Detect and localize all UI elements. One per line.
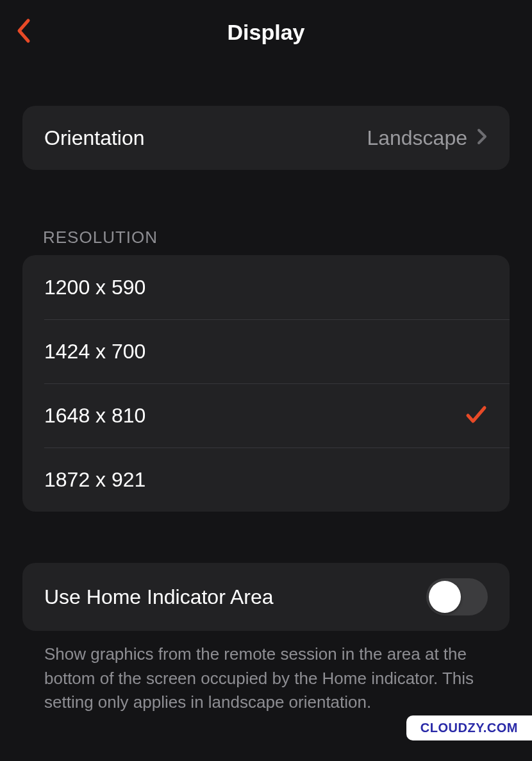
header: Display <box>0 0 532 64</box>
toggle-knob <box>429 581 461 613</box>
resolution-option-0[interactable]: 1200 x 590 <box>22 255 510 319</box>
orientation-value: Landscape <box>367 126 467 150</box>
home-indicator-label: Use Home Indicator Area <box>44 585 274 609</box>
resolution-option-label: 1200 x 590 <box>44 276 145 299</box>
orientation-group: Orientation Landscape <box>22 106 510 170</box>
resolution-group: 1200 x 590 1424 x 700 1648 x 810 1872 x … <box>22 255 510 512</box>
resolution-option-3[interactable]: 1872 x 921 <box>44 447 510 512</box>
checkmark-icon <box>465 403 488 429</box>
resolution-option-label: 1872 x 921 <box>44 468 145 492</box>
chevron-right-icon <box>476 128 488 148</box>
home-indicator-row: Use Home Indicator Area <box>22 563 510 631</box>
resolution-option-label: 1648 x 810 <box>44 404 145 428</box>
chevron-left-icon <box>15 18 31 46</box>
watermark-badge: CLOUDZY.COM <box>406 715 532 740</box>
orientation-row[interactable]: Orientation Landscape <box>22 106 510 170</box>
resolution-option-1[interactable]: 1424 x 700 <box>44 319 510 383</box>
home-indicator-group: Use Home Indicator Area <box>22 563 510 631</box>
home-indicator-toggle[interactable] <box>426 578 488 615</box>
resolution-heading: RESOLUTION <box>43 228 510 247</box>
resolution-option-label: 1424 x 700 <box>44 340 145 364</box>
back-button[interactable] <box>9 18 37 46</box>
orientation-label: Orientation <box>44 126 145 150</box>
home-indicator-description: Show graphics from the remote session in… <box>22 631 510 715</box>
page-title: Display <box>0 20 532 45</box>
resolution-option-2[interactable]: 1648 x 810 <box>44 383 510 447</box>
